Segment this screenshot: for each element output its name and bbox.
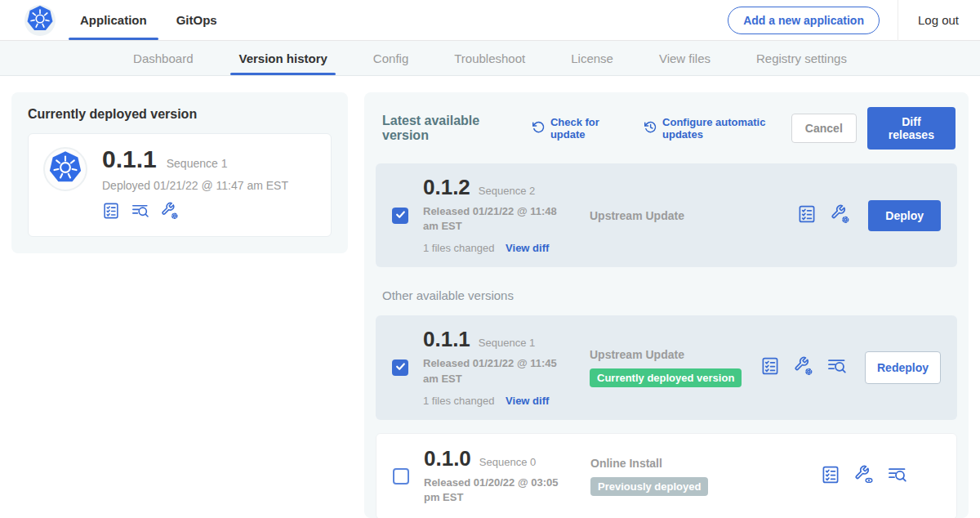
currently-deployed-card: Currently deployed version 0.1.1 Sequenc…	[11, 92, 348, 253]
view-diff-link[interactable]: View diff	[506, 395, 549, 407]
top-nav: Application GitOps Add a new application…	[0, 0, 980, 41]
add-new-application-button[interactable]: Add a new application	[728, 7, 880, 34]
version-source-block: Online Install Previously deployed	[586, 457, 821, 496]
version-row-0-1-1: 0.1.1 Sequence 1 Released 01/21/22 @ 11:…	[376, 315, 957, 419]
check-update-icon	[532, 120, 546, 136]
version-info-block: 0.1.0 Sequence 0 Released 01/20/22 @ 03:…	[424, 448, 586, 505]
edit-config-icon[interactable]	[794, 356, 813, 379]
version-source-label: Upstream Update	[590, 348, 760, 361]
version-checkbox[interactable]	[392, 208, 408, 224]
tab-application[interactable]: Application	[80, 0, 147, 40]
version-info-block: 0.1.1 Sequence 1 Released 01/21/22 @ 11:…	[423, 328, 585, 406]
top-nav-tabs: Application GitOps	[80, 0, 217, 40]
files-changed-label: 1 files changed	[423, 395, 494, 407]
version-actions: Deploy	[797, 200, 941, 231]
check-for-update-label: Check for update	[550, 116, 626, 141]
other-versions-heading: Other available versions	[382, 288, 957, 302]
version-checkbox[interactable]	[392, 359, 408, 376]
check-for-update-link[interactable]: Check for update	[532, 116, 626, 141]
subnav-item-version-history[interactable]: Version history	[238, 41, 327, 75]
checkbox-check-icon	[395, 360, 406, 375]
deploy-logs-icon[interactable]	[888, 465, 907, 488]
files-changed-label: 1 files changed	[423, 242, 494, 254]
version-number: 0.1.1	[423, 328, 470, 350]
diff-releases-button[interactable]: Diff releases	[867, 107, 956, 150]
subnav-item-registry-settings[interactable]: Registry settings	[756, 41, 847, 75]
version-source-label: Online Install	[590, 457, 821, 470]
deploy-logs-icon[interactable]	[827, 356, 847, 379]
version-source-block: Upstream Update	[585, 209, 797, 222]
latest-version-heading: Latest available version	[382, 114, 514, 143]
version-row-0-1-2: 0.1.2 Sequence 2 Released 01/21/22 @ 11:…	[376, 163, 957, 267]
deployed-version-card: 0.1.1 Sequence 1 Deployed 01/21/22 @ 11:…	[28, 133, 332, 237]
release-notes-icon[interactable]	[821, 465, 840, 488]
deployed-sequence-label: Sequence 1	[167, 157, 228, 170]
version-history-panel: Latest available version Check for updat…	[364, 92, 969, 518]
latest-version-header: Latest available version Check for updat…	[376, 104, 957, 150]
version-source-block: Upstream Update Currently deployed versi…	[585, 348, 760, 387]
tab-gitops[interactable]: GitOps	[176, 0, 217, 40]
subnav-item-dashboard[interactable]: Dashboard	[133, 41, 193, 75]
version-source-label: Upstream Update	[590, 209, 797, 222]
deploy-logs-icon[interactable]	[131, 202, 149, 223]
release-notes-icon[interactable]	[102, 202, 120, 223]
sequence-label: Sequence 2	[479, 185, 535, 197]
released-timestamp: Released 01/20/22 @ 03:05 pm EST	[424, 476, 576, 505]
version-checkbox[interactable]	[393, 468, 409, 485]
auto-update-icon	[644, 120, 657, 136]
release-notes-icon[interactable]	[760, 356, 780, 379]
version-number: 0.1.0	[424, 448, 471, 469]
released-timestamp: Released 01/21/22 @ 11:48 am EST	[423, 204, 575, 234]
currently-deployed-badge: Currently deployed version	[590, 368, 742, 387]
deploy-button[interactable]: Deploy	[868, 200, 941, 231]
currently-deployed-heading: Currently deployed version	[28, 107, 332, 122]
subnav-item-troubleshoot[interactable]: Troubleshoot	[454, 41, 525, 75]
previously-deployed-badge: Previously deployed	[590, 477, 708, 496]
sequence-label: Sequence 1	[479, 337, 535, 349]
cancel-button[interactable]: Cancel	[791, 114, 857, 143]
released-timestamp: Released 01/21/22 @ 11:45 am EST	[423, 356, 575, 386]
configure-auto-updates-link[interactable]: Configure automatic updates	[644, 116, 791, 141]
view-diff-link[interactable]: View diff	[506, 242, 549, 254]
top-nav-right: Add a new application Log out	[728, 0, 959, 40]
main-content: Currently deployed version 0.1.1 Sequenc…	[0, 76, 980, 518]
deployed-version-info: 0.1.1 Sequence 1 Deployed 01/21/22 @ 11:…	[102, 147, 288, 223]
version-row-0-1-0: 0.1.0 Sequence 0 Released 01/20/22 @ 03:…	[376, 433, 957, 518]
kubernetes-icon	[48, 150, 82, 188]
app-sub-nav: Dashboard Version history Config Trouble…	[0, 41, 980, 76]
subnav-item-config[interactable]: Config	[373, 41, 408, 75]
app-logo[interactable]	[24, 5, 56, 36]
view-config-icon[interactable]	[854, 465, 874, 488]
subnav-item-view-files[interactable]: View files	[659, 41, 710, 75]
sequence-label: Sequence 0	[479, 456, 536, 468]
version-number: 0.1.2	[423, 176, 470, 198]
version-actions	[821, 465, 940, 488]
version-info-block: 0.1.2 Sequence 2 Released 01/21/22 @ 11:…	[423, 176, 585, 254]
version-actions: Redeploy	[760, 351, 941, 384]
subnav-item-license[interactable]: License	[571, 41, 613, 75]
edit-config-icon[interactable]	[831, 204, 850, 227]
checkbox-check-icon	[395, 208, 406, 223]
logout-link[interactable]: Log out	[898, 13, 959, 27]
edit-config-icon[interactable]	[161, 202, 179, 223]
release-notes-icon[interactable]	[797, 204, 817, 227]
deployed-version-number: 0.1.1	[102, 147, 157, 172]
redeploy-button[interactable]: Redeploy	[865, 351, 941, 384]
deployed-timestamp: Deployed 01/21/22 @ 11:47 am EST	[102, 179, 288, 192]
app-logo-icon	[26, 5, 54, 36]
configure-auto-updates-label: Configure automatic updates	[662, 116, 791, 141]
app-icon-badge	[43, 147, 87, 191]
